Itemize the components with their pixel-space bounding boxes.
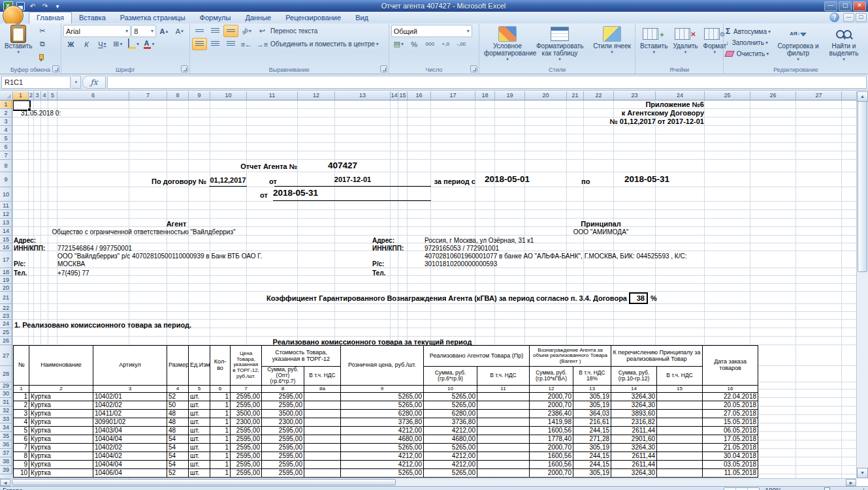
table-cell[interactable]: 1 [210,401,231,409]
table-cell[interactable]: 4212,00 [424,426,477,435]
row-header-14[interactable]: 14 [0,227,12,236]
column-header-21[interactable]: 21 [567,91,584,100]
row-header-2[interactable]: 2 [0,109,12,117]
table-cell[interactable]: 8 [14,452,29,460]
table-cell[interactable]: 4212,00 [424,452,477,460]
row-header-34[interactable]: 34 [0,423,12,432]
table-cell[interactable]: 48 [167,409,189,418]
table-cell[interactable]: 10411/02 [93,409,167,418]
table-cell[interactable]: 10404/02 [93,452,167,460]
table-cell[interactable] [304,443,341,452]
table-cell[interactable]: 2611,44 [611,426,657,435]
find-select-button[interactable]: Найти и выделить ▾ [822,25,866,63]
row-header-26[interactable]: 26 [0,337,12,345]
table-cell[interactable] [477,401,530,409]
table-cell[interactable]: 3264,30 [611,443,657,452]
table-cell[interactable] [657,409,703,418]
table-cell[interactable]: 5265,00 [341,392,424,401]
table-cell[interactable]: 2 [14,401,29,409]
font-family-select[interactable]: Arial [63,25,131,37]
number-dialog-launcher-icon[interactable] [470,65,477,72]
table-cell[interactable]: 2595,00 [262,435,304,443]
table-cell[interactable]: 305,19 [573,392,611,401]
scroll-down-icon[interactable]: ▼ [857,468,868,478]
increase-decimal-icon[interactable]: +,0 [438,38,453,50]
table-cell[interactable]: 3 [14,409,29,418]
clipboard-dialog-launcher-icon[interactable] [52,65,59,72]
close-button[interactable]: ✕ [853,1,866,11]
column-header-4[interactable]: 4 [41,91,48,100]
table-cell[interactable]: 2595,00 [231,452,262,460]
percent-format-icon[interactable]: % [407,38,422,50]
table-cell[interactable]: Куртка [29,452,93,460]
table-cell[interactable]: 50 [167,401,189,409]
table-cell[interactable]: 1 [210,468,231,477]
column-header-27[interactable]: 27 [796,91,842,100]
column-header-13[interactable]: 13 [335,91,391,100]
table-cell[interactable]: 1 [14,392,29,401]
table-cell[interactable]: 2000,70 [530,392,573,401]
table-cell[interactable]: 5265,00 [341,401,424,409]
table-cell[interactable]: 21.05.2018 [703,443,758,452]
table-cell[interactable]: 244,15 [573,460,611,468]
table-cell[interactable]: 2595,00 [231,443,262,452]
table-cell[interactable]: 1 [210,435,231,443]
table-cell[interactable]: 2000,70 [530,401,573,409]
table-cell[interactable]: 244,15 [573,452,611,460]
row-header-13[interactable]: 13 [0,219,12,227]
column-header-14[interactable]: 14 [391,91,398,100]
row-header-18[interactable]: 18 [0,268,12,276]
cell-grid[interactable]: 31.05.2018 0: Приложение №6 к Агентскому… [13,100,856,478]
table-cell[interactable]: 5265,00 [341,468,424,477]
formula-input[interactable] [107,76,867,89]
tab-formulas[interactable]: Формулы [193,12,238,23]
row-header-36[interactable]: 36 [0,440,12,449]
table-cell[interactable]: 10402/02 [93,443,167,452]
table-cell[interactable]: 2595,00 [262,392,304,401]
table-cell[interactable]: шт. [189,452,210,460]
table-cell[interactable] [304,392,341,401]
table-cell[interactable]: шт. [189,401,210,409]
table-cell[interactable]: 9 [14,460,29,468]
align-top-icon[interactable] [192,25,207,37]
table-cell[interactable]: Куртка [29,418,93,426]
table-cell[interactable]: 54 [167,435,189,443]
table-cell[interactable] [304,452,341,460]
tab-insert[interactable]: Вставка [72,12,113,23]
table-cell[interactable]: 4212,00 [341,460,424,468]
table-cell[interactable]: 27.05.2018 [703,409,758,418]
table-cell[interactable]: 52 [167,392,189,401]
table-cell[interactable]: Куртка [29,443,93,452]
table-cell[interactable]: 54 [167,460,189,468]
table-cell[interactable]: 4 [14,418,29,426]
table-cell[interactable]: 2316,82 [611,418,657,426]
table-cell[interactable]: 309901/02 [93,418,167,426]
table-cell[interactable]: 5 [14,426,29,435]
row-header-9[interactable]: 9 [0,172,12,187]
table-cell[interactable]: 4680,00 [424,435,477,443]
delete-cells-button[interactable]: ✕ Удалить▾ [670,25,700,55]
column-header-3[interactable]: 3 [34,91,41,100]
table-cell[interactable]: 5265,00 [424,392,477,401]
table-cell[interactable]: 5265,00 [424,401,477,409]
table-cell[interactable]: 2595,00 [231,468,262,477]
table-cell[interactable]: 2595,00 [231,435,262,443]
table-cell[interactable] [304,401,341,409]
table-cell[interactable]: 10402/01 [93,392,167,401]
row-header-35[interactable]: 35 [0,432,12,440]
vertical-scroll-thumb[interactable] [858,101,867,272]
table-cell[interactable]: 1419,98 [530,418,573,426]
row-header-33[interactable]: 33 [0,415,12,423]
increase-indent-icon[interactable]: →≡ [255,38,270,50]
table-cell[interactable]: 2300,00 [262,418,304,426]
table-cell[interactable]: 48 [167,426,189,435]
name-box[interactable]: R1C1 [1,76,71,89]
table-cell[interactable] [477,468,530,477]
row-header-21[interactable]: 21 [0,292,12,304]
column-header-16[interactable]: 16 [408,91,431,100]
table-cell[interactable]: 2595,00 [262,401,304,409]
table-cell[interactable]: 54 [167,443,189,452]
row-header-4[interactable]: 4 [0,126,12,134]
font-dialog-launcher-icon[interactable] [181,65,188,72]
column-header-7[interactable]: 7 [129,91,167,100]
